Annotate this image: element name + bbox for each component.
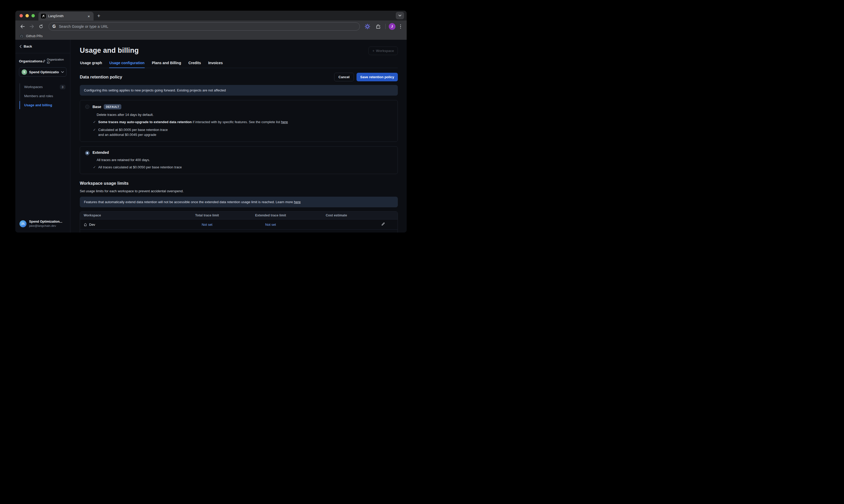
organizations-label: Organizations bbox=[19, 59, 42, 63]
page-title: Usage and billing bbox=[80, 47, 139, 55]
maximize-window-button[interactable] bbox=[32, 14, 35, 17]
plus-icon: + bbox=[372, 49, 374, 53]
retention-option-base[interactable]: Base DEFAULT Delete traces after 14 days… bbox=[80, 100, 398, 142]
check-icon: ✓ bbox=[93, 165, 96, 170]
chevron-down-icon bbox=[61, 71, 64, 73]
col-total-trace-limit: Total trace limit bbox=[175, 214, 239, 217]
organization-id-label: Organization ID bbox=[47, 58, 67, 64]
org-selector[interactable]: S Spend Optimization Tu... bbox=[19, 67, 67, 77]
tab-usage-graph[interactable]: Usage graph bbox=[80, 61, 102, 68]
workspaces-count-badge: 3 bbox=[60, 85, 66, 89]
edit-pencil-icon[interactable] bbox=[381, 232, 385, 233]
user-name: Spend Optimization... bbox=[29, 220, 62, 224]
add-workspace-button[interactable]: + Workspace bbox=[369, 47, 398, 55]
sidebar-item-members-and-roles[interactable]: Members and roles bbox=[22, 91, 67, 101]
bookmarks-bar: Github PRs bbox=[15, 33, 407, 40]
extension-burst-icon[interactable] bbox=[363, 23, 371, 30]
profile-avatar[interactable]: J bbox=[389, 23, 395, 30]
sidebar-item-usage-and-billing[interactable]: Usage and billing bbox=[22, 101, 67, 110]
main-content: Usage and billing + Workspace Usage grap… bbox=[70, 40, 407, 233]
tab-usage-configuration[interactable]: Usage configuration bbox=[109, 61, 145, 68]
langsmith-app: Back Organizations Organization ID S Spe… bbox=[15, 40, 407, 233]
browser-tab-langsmith[interactable]: LangSmith × bbox=[38, 12, 93, 20]
minimize-window-button[interactable] bbox=[25, 14, 29, 17]
link-icon bbox=[42, 59, 46, 63]
url-bar[interactable]: G Search Google or type a URL bbox=[49, 22, 360, 31]
google-logo-icon: G bbox=[53, 24, 56, 29]
browser-window: LangSmith × + G Search Google or type a … bbox=[15, 11, 407, 233]
sidebar-nav: Workspaces 3 Members and roles Usage and… bbox=[19, 82, 67, 110]
sidebar-body: Organizations Organization ID S Spend Op… bbox=[15, 53, 70, 216]
chevron-left-icon bbox=[19, 45, 22, 48]
base-description: Delete traces after 14 days by default. bbox=[97, 113, 393, 116]
refresh-icon[interactable] bbox=[37, 23, 45, 30]
see-complete-list-link[interactable]: here bbox=[281, 120, 288, 124]
close-window-button[interactable] bbox=[19, 14, 23, 17]
col-extended-trace-limit: Extended trace limit bbox=[239, 214, 302, 217]
extended-option-name: Extended bbox=[92, 150, 109, 155]
check-icon: ✓ bbox=[93, 120, 96, 125]
sidebar: Back Organizations Organization ID S Spe… bbox=[15, 40, 70, 233]
col-cost-estimate: Cost estimate bbox=[302, 214, 369, 217]
limits-info-banner: Features that automatically extend data … bbox=[80, 197, 398, 207]
table-row-dev: Dev Not set Not set bbox=[80, 219, 398, 230]
user-menu[interactable]: Spend Optimization... jake@langchain.dev bbox=[15, 216, 70, 233]
toolbar-right: J bbox=[363, 23, 404, 30]
org-avatar: S bbox=[22, 69, 27, 75]
base-bullet-2: ✓ Calculated at $0.0005 per base retenti… bbox=[93, 128, 393, 138]
extended-bullet-1: ✓ All traces calculated at $0.0050 per b… bbox=[93, 165, 393, 170]
back-button[interactable]: Back bbox=[15, 40, 70, 53]
workspace-limits-table: Workspace Total trace limit Extended tra… bbox=[80, 211, 398, 233]
base-bullet-1: ✓ Some traces may auto-upgrade to extend… bbox=[93, 120, 393, 125]
default-badge: DEFAULT bbox=[104, 104, 121, 109]
back-label: Back bbox=[24, 44, 32, 48]
base-option-name: Base bbox=[92, 105, 101, 109]
col-workspace: Workspace bbox=[80, 214, 175, 217]
user-avatar-icon bbox=[19, 220, 26, 227]
sidebar-item-workspaces[interactable]: Workspaces 3 bbox=[22, 82, 67, 91]
edit-pencil-icon[interactable] bbox=[381, 222, 385, 226]
close-tab-icon[interactable]: × bbox=[87, 14, 91, 19]
table-header-row: Workspace Total trace limit Extended tra… bbox=[80, 212, 398, 219]
dev-total-limit-link[interactable]: Not set bbox=[202, 223, 212, 227]
bookmark-github-prs[interactable]: Github PRs bbox=[26, 34, 42, 38]
limits-subheading: Set usage limits for each workspace to p… bbox=[80, 189, 398, 193]
browser-toolbar: G Search Google or type a URL J bbox=[15, 20, 407, 33]
tab-strip: LangSmith × + bbox=[15, 11, 407, 20]
workspace-icon bbox=[84, 223, 87, 226]
table-row-prod: Prod Not set Not set bbox=[80, 230, 398, 233]
dev-extended-limit-link[interactable]: Not set bbox=[265, 223, 276, 227]
extended-radio[interactable] bbox=[85, 151, 89, 155]
page-tabs: Usage graph Usage configuration Plans an… bbox=[80, 61, 398, 68]
tab-search-button[interactable] bbox=[396, 12, 404, 19]
window-controls bbox=[15, 11, 38, 20]
save-retention-policy-button[interactable]: Save retention policy bbox=[357, 73, 398, 81]
github-icon bbox=[19, 34, 24, 38]
tab-credits[interactable]: Credits bbox=[188, 61, 201, 68]
base-radio[interactable] bbox=[85, 105, 89, 109]
langsmith-favicon-icon bbox=[41, 14, 46, 18]
cancel-button[interactable]: Cancel bbox=[334, 73, 354, 81]
new-tab-button[interactable]: + bbox=[97, 13, 100, 19]
extensions-puzzle-icon[interactable] bbox=[374, 23, 382, 30]
tab-plans-and-billing[interactable]: Plans and Billing bbox=[151, 61, 181, 68]
tab-invoices[interactable]: Invoices bbox=[208, 61, 223, 68]
retention-info-banner: Configuring this setting applies to new … bbox=[80, 85, 398, 96]
url-placeholder: Search Google or type a URL bbox=[59, 24, 108, 29]
learn-more-link[interactable]: here bbox=[294, 200, 301, 204]
retention-heading: Data retention policy bbox=[80, 75, 122, 79]
forward-icon[interactable] bbox=[28, 23, 36, 30]
org-name: Spend Optimization Tu... bbox=[29, 70, 59, 74]
browser-menu-icon[interactable] bbox=[399, 24, 403, 29]
back-icon[interactable] bbox=[18, 23, 26, 30]
extended-description: All traces are retained for 400 days. bbox=[97, 158, 393, 162]
check-icon: ✓ bbox=[93, 128, 96, 138]
organization-id-button[interactable]: Organization ID bbox=[42, 58, 67, 64]
limits-heading: Workspace usage limits bbox=[80, 181, 398, 186]
retention-option-extended[interactable]: Extended All traces are retained for 400… bbox=[80, 146, 398, 174]
user-email: jake@langchain.dev bbox=[29, 224, 62, 228]
tab-title: LangSmith bbox=[48, 14, 84, 18]
